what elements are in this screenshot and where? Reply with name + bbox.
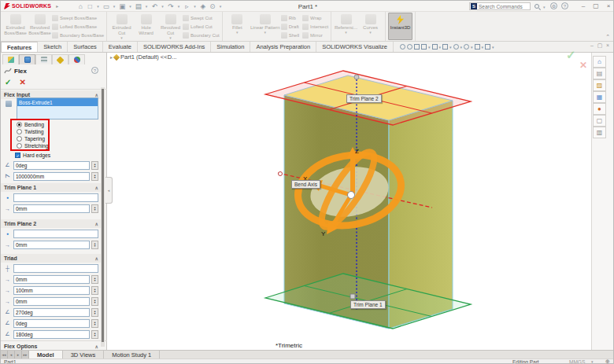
dropdown-icon[interactable]: ▾ <box>236 31 239 34</box>
triad-rotate-z-input[interactable]: 180deg <box>13 330 90 339</box>
appearances-scenes-icon[interactable] <box>593 103 606 115</box>
zoom-area-icon[interactable] <box>407 44 412 50</box>
section-view-icon[interactable] <box>421 44 427 50</box>
tab-solidworks-add-ins[interactable]: SOLIDWORKS Add-Ins <box>138 42 211 52</box>
bend-axis-label[interactable]: Bend Axis <box>291 180 320 189</box>
tab-model[interactable]: Model <box>29 351 63 358</box>
apply-scene-icon[interactable] <box>475 44 480 50</box>
next-tab-icon[interactable]: ▸ <box>15 351 22 358</box>
boundary-cut-button[interactable]: Boundary Cut <box>183 31 220 39</box>
spinner[interactable]: ▴▾ <box>91 297 98 306</box>
search-icon[interactable] <box>534 4 539 9</box>
spinner[interactable]: ▴▾ <box>91 204 98 213</box>
doc-close-icon[interactable]: × <box>604 42 612 49</box>
selected-body-item[interactable]: Boss-Extrude1 <box>17 98 98 106</box>
trim-plane-2-label[interactable]: Trim Plane 2 <box>346 94 382 103</box>
settings-icon[interactable]: ⚙ <box>550 2 557 9</box>
search-dropdown-icon[interactable]: ▾ <box>543 5 546 9</box>
spinner[interactable]: ▴▾ <box>91 275 98 284</box>
dropdown-icon[interactable]: ▾ <box>439 45 442 50</box>
panel-scrollbar[interactable] <box>101 87 105 347</box>
swept-boss-base-button[interactable]: Swept Boss/Base <box>52 14 104 22</box>
fillet-button[interactable]: Fillet▾ <box>225 13 250 40</box>
trim-plane-1-distance-input[interactable]: 0mm <box>13 204 90 213</box>
dropdown-icon[interactable]: ▾ <box>345 31 347 34</box>
wrap-button[interactable]: Wrap <box>302 14 328 22</box>
trim-plane-2-distance-input[interactable]: 0mm <box>13 241 90 249</box>
redo-icon[interactable] <box>166 2 176 10</box>
spinner[interactable]: ▴▾ <box>91 308 98 317</box>
edit-appearance-icon[interactable] <box>464 44 469 50</box>
tab-surfaces[interactable]: Surfaces <box>68 42 103 52</box>
scrollbar-thumb[interactable] <box>102 89 104 342</box>
tab-solidworks-visualize[interactable]: SOLIDWORKS Visualize <box>316 42 394 52</box>
globe-icon[interactable]: ⊕ <box>605 358 610 364</box>
linear-pattern-button[interactable]: Linear Pattern▾ <box>250 13 281 40</box>
rib-button[interactable]: Rib <box>281 14 299 22</box>
trim-plane-2-section-header[interactable]: Trim Plane 2 <box>1 219 102 228</box>
intersect-button[interactable]: Intersect <box>302 23 328 31</box>
extruded-boss-base-button[interactable]: Extruded Boss/Base <box>3 13 28 40</box>
triad-translate-z-input[interactable]: 0mm <box>13 297 90 306</box>
dropdown-icon[interactable]: ▾ <box>264 31 266 34</box>
hole-wizard-button[interactable]: Hole Wizard <box>134 13 158 40</box>
flyout-feature-tree-item[interactable]: ▸ Part1 (Default) <<D... <box>110 53 176 61</box>
tab-sketch[interactable]: Sketch <box>38 42 68 52</box>
spinner[interactable]: ▴▾ <box>91 330 98 339</box>
options-gear-icon[interactable] <box>208 2 217 10</box>
new-document-icon[interactable] <box>85 2 94 10</box>
restore-button[interactable] <box>590 2 601 10</box>
zoom-fit-icon[interactable] <box>400 44 405 50</box>
dropdown-icon[interactable]: ▾ <box>460 45 463 50</box>
dropdown-icon[interactable]: ▾ <box>428 45 431 50</box>
cancel-x-button[interactable]: ✕ <box>19 78 25 86</box>
draft-button[interactable]: Draft <box>281 23 299 31</box>
dropdown-icon[interactable]: ▾ <box>113 4 116 9</box>
spinner[interactable]: ▴▾ <box>91 241 98 249</box>
solidworks-resources-icon[interactable] <box>593 56 606 68</box>
ribbon-collapse-icon[interactable]: ⌃ <box>605 34 610 40</box>
view-settings-icon[interactable] <box>485 44 490 50</box>
close-button[interactable] <box>603 2 614 10</box>
confirmation-corner-ok-icon[interactable]: ✓ <box>566 48 576 62</box>
menu-expand-icon[interactable]: ▸ <box>56 3 58 9</box>
instant3d-button[interactable]: Instant3D <box>388 13 412 40</box>
search-input[interactable] <box>479 4 526 9</box>
dropdown-icon[interactable]: ▾ <box>129 4 131 9</box>
save-icon[interactable] <box>117 2 127 10</box>
dropdown-icon[interactable]: ▾ <box>120 36 123 39</box>
print-icon[interactable] <box>134 2 143 10</box>
doc-restore-icon[interactable]: ▢ <box>596 42 604 49</box>
hard-edges-checkbox[interactable]: Hard edges <box>15 152 50 159</box>
trim-plane-2-reference-input[interactable] <box>13 230 98 238</box>
dropdown-icon[interactable]: ▾ <box>220 4 222 9</box>
dropdown-icon[interactable]: ▾ <box>161 4 164 9</box>
dropdown-icon[interactable]: ▾ <box>492 45 494 50</box>
revolved-boss-base-button[interactable]: Revolved Boss/Base <box>28 13 52 40</box>
dropdown-icon[interactable]: ▾ <box>169 36 172 39</box>
dropdown-icon[interactable]: ▾ <box>146 4 148 9</box>
rebuild-icon[interactable] <box>198 2 208 10</box>
lofted-cut-button[interactable]: Lofted Cut <box>183 23 220 31</box>
help-icon[interactable]: ? <box>561 2 568 9</box>
open-icon[interactable] <box>102 2 111 10</box>
custom-properties-icon[interactable] <box>593 127 606 138</box>
file-explorer-icon[interactable] <box>593 79 606 91</box>
previous-view-icon[interactable] <box>414 44 420 50</box>
revolved-cut-button[interactable]: Revolved Cut▾ <box>158 13 183 40</box>
shell-button[interactable]: Shell <box>281 31 299 39</box>
boundary-boss-base-button[interactable]: Boundary Boss/Base <box>52 31 104 39</box>
prev-tab-icon[interactable]: ◂ <box>8 351 15 358</box>
triad-translate-x-input[interactable]: 0mm <box>13 275 90 284</box>
tab-features[interactable]: Features <box>1 42 38 52</box>
spinner[interactable]: ▴▾ <box>91 161 98 170</box>
trim-plane-1-reference-input[interactable] <box>13 193 98 202</box>
spinner[interactable]: ▴▾ <box>91 286 98 295</box>
doc-minimize-icon[interactable]: – <box>588 42 596 49</box>
bodies-selection-list[interactable]: Boss-Extrude1 <box>17 97 98 119</box>
trim-plane-1-label[interactable]: Trim Plane 1 <box>350 300 386 309</box>
tab-evaluate[interactable]: Evaluate <box>103 42 138 52</box>
select-icon[interactable] <box>182 2 191 10</box>
units-dropdown-icon[interactable]: ▾ <box>591 359 594 364</box>
panel-splitter-handle[interactable] <box>105 177 113 204</box>
